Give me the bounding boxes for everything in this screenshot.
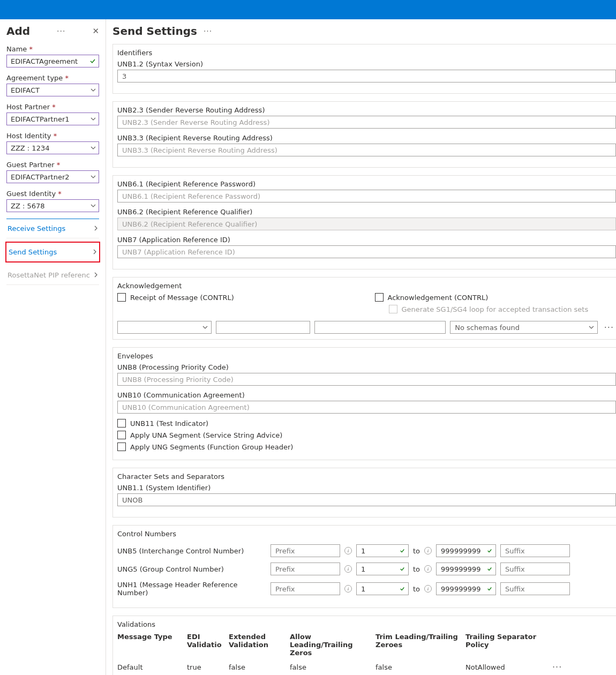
chevron-right-icon bbox=[93, 248, 97, 256]
sidebar: Add ··· ✕ Name * EDIFACTAgreement Agreem… bbox=[0, 19, 106, 675]
unb11-label: UNB11 (Test Indicator) bbox=[130, 419, 208, 428]
unb23-input[interactable] bbox=[117, 116, 616, 129]
unb11-sys-input[interactable] bbox=[117, 493, 616, 506]
identifiers-title: Identifiers bbox=[117, 49, 616, 57]
agr-type-select[interactable]: EDIFACT bbox=[6, 84, 99, 96]
unh1-prefix-input[interactable] bbox=[271, 582, 340, 595]
top-bar bbox=[0, 0, 616, 19]
to-label: to bbox=[413, 565, 420, 573]
val-edi: true bbox=[187, 663, 229, 671]
identifiers-routing-section: UNB2.3 (Sender Reverse Routing Address) … bbox=[112, 101, 616, 168]
name-input[interactable]: EDIFACTAgreement bbox=[6, 55, 99, 68]
col-msg-type: Message Type bbox=[117, 633, 187, 657]
charsets-title: Character Sets and Separators bbox=[117, 472, 616, 481]
unh1-to-input[interactable]: 999999999 bbox=[436, 582, 496, 595]
ung-label: Apply UNG Segments (Function Group Heade… bbox=[130, 443, 293, 451]
charsets-section: Character Sets and Separators UNB1.1 (Sy… bbox=[112, 468, 616, 518]
check-icon bbox=[400, 548, 405, 553]
info-icon[interactable]: i bbox=[424, 585, 432, 592]
ung5-to-input[interactable]: 999999999 bbox=[436, 562, 496, 575]
unb8-input[interactable] bbox=[117, 373, 616, 386]
ung5-prefix-input[interactable] bbox=[271, 562, 340, 575]
check-icon bbox=[487, 548, 492, 553]
unb11-checkbox[interactable] bbox=[117, 419, 126, 428]
val-row-more-icon[interactable]: ··· bbox=[550, 662, 564, 672]
ack-select-3[interactable] bbox=[314, 321, 446, 334]
sidebar-title: Add bbox=[6, 25, 30, 38]
unb33-label: UNB3.3 (Recipient Reverse Routing Addres… bbox=[117, 134, 616, 142]
ack-contrl-label: Acknowledgement (CONTRL) bbox=[388, 294, 489, 302]
ung5-label: UNG5 (Group Control Number) bbox=[117, 565, 266, 573]
host-identity-label: Host Identity * bbox=[6, 132, 99, 140]
unb61-input[interactable] bbox=[117, 190, 616, 202]
ack-title: Acknowledgement bbox=[117, 282, 616, 290]
nav-rosettanet[interactable]: RosettaNet PIP referenc bbox=[6, 266, 99, 285]
ung-checkbox[interactable] bbox=[117, 442, 126, 451]
unb8-label: UNB8 (Processing Priority Code) bbox=[117, 363, 616, 371]
host-partner-select[interactable]: EDIFACTPartner1 bbox=[6, 112, 99, 125]
unb12-input[interactable] bbox=[117, 70, 616, 82]
unb7-input[interactable] bbox=[117, 245, 616, 258]
unh1-label: UNH1 (Message Header Reference Number) bbox=[117, 581, 266, 597]
check-icon bbox=[487, 586, 492, 591]
sidebar-more-icon[interactable]: ··· bbox=[57, 27, 65, 35]
unb33-input[interactable] bbox=[117, 144, 616, 156]
unh1-suffix-input[interactable] bbox=[500, 582, 570, 595]
validations-title: Validations bbox=[117, 620, 616, 628]
unb62-input bbox=[117, 218, 616, 230]
validations-header-row: Message Type EDI Validatio Extended Vali… bbox=[117, 633, 616, 657]
unb23-label: UNB2.3 (Sender Reverse Routing Address) bbox=[117, 106, 616, 114]
val-msg: Default bbox=[117, 663, 187, 671]
guest-partner-select[interactable]: EDIFACTPartner2 bbox=[6, 170, 99, 183]
col-allow: Allow Leading/Trailing Zeros bbox=[290, 633, 375, 657]
unb10-label: UNB10 (Communication Agreement) bbox=[117, 391, 616, 399]
unb5-prefix-input[interactable] bbox=[271, 544, 340, 557]
ack-contrl-checkbox[interactable] bbox=[375, 293, 384, 302]
info-icon[interactable]: i bbox=[424, 547, 432, 554]
info-icon[interactable]: i bbox=[344, 547, 352, 554]
name-label: Name * bbox=[6, 45, 99, 53]
ung5-suffix-input[interactable] bbox=[500, 562, 570, 575]
validations-row-default: Default true false false false NotAllowe… bbox=[117, 662, 616, 672]
info-icon[interactable]: i bbox=[424, 565, 432, 573]
unh1-from-input[interactable]: 1 bbox=[356, 582, 409, 595]
val-ext: false bbox=[229, 663, 290, 671]
info-icon[interactable]: i bbox=[344, 585, 352, 592]
unb5-suffix-input[interactable] bbox=[500, 544, 570, 557]
control-title: Control Numbers bbox=[117, 530, 616, 538]
ack-select-2[interactable] bbox=[216, 321, 310, 334]
check-icon bbox=[400, 586, 405, 591]
receipt-checkbox[interactable] bbox=[117, 293, 126, 302]
nav-receive-settings[interactable]: Receive Settings bbox=[6, 219, 99, 238]
val-trim: false bbox=[375, 663, 465, 671]
receipt-label: Receipt of Message (CONTRL) bbox=[130, 294, 234, 302]
unb61-label: UNB6.1 (Recipient Reference Password) bbox=[117, 180, 616, 188]
envelopes-section: Envelopes UNB8 (Processing Priority Code… bbox=[112, 347, 616, 460]
host-identity-select[interactable]: ZZZ : 1234 bbox=[6, 141, 99, 154]
page-more-icon[interactable]: ··· bbox=[204, 27, 212, 35]
check-icon bbox=[487, 566, 492, 572]
unb5-from-input[interactable]: 1 bbox=[356, 544, 409, 557]
una-checkbox[interactable] bbox=[117, 431, 126, 439]
check-icon bbox=[400, 566, 405, 572]
nav-send-settings[interactable]: Send Settings bbox=[5, 242, 100, 262]
envelopes-title: Envelopes bbox=[117, 352, 616, 360]
info-icon[interactable]: i bbox=[344, 565, 352, 573]
ack-schema-select[interactable]: No schemas found bbox=[450, 321, 597, 334]
check-icon bbox=[89, 58, 96, 64]
ack-more-icon[interactable]: ··· bbox=[602, 322, 616, 333]
unb11-sys-label: UNB1.1 (System Identifier) bbox=[117, 484, 616, 492]
agr-type-label: Agreement type * bbox=[6, 74, 99, 82]
to-label: to bbox=[413, 547, 420, 555]
ack-select-1[interactable] bbox=[117, 321, 212, 334]
guest-identity-select[interactable]: ZZ : 5678 bbox=[6, 199, 99, 212]
close-icon[interactable]: ✕ bbox=[92, 26, 99, 36]
unb10-input[interactable] bbox=[117, 401, 616, 414]
generate-sg-checkbox bbox=[389, 305, 397, 313]
col-trim: Trim Leading/Trailing Zeroes bbox=[375, 633, 465, 657]
unb5-to-input[interactable]: 999999999 bbox=[436, 544, 496, 557]
guest-identity-label: Guest Identity * bbox=[6, 190, 99, 198]
page-title: Send Settings bbox=[112, 25, 197, 38]
control-section: Control Numbers UNB5 (Interchange Contro… bbox=[112, 525, 616, 608]
ung5-from-input[interactable]: 1 bbox=[356, 562, 409, 575]
